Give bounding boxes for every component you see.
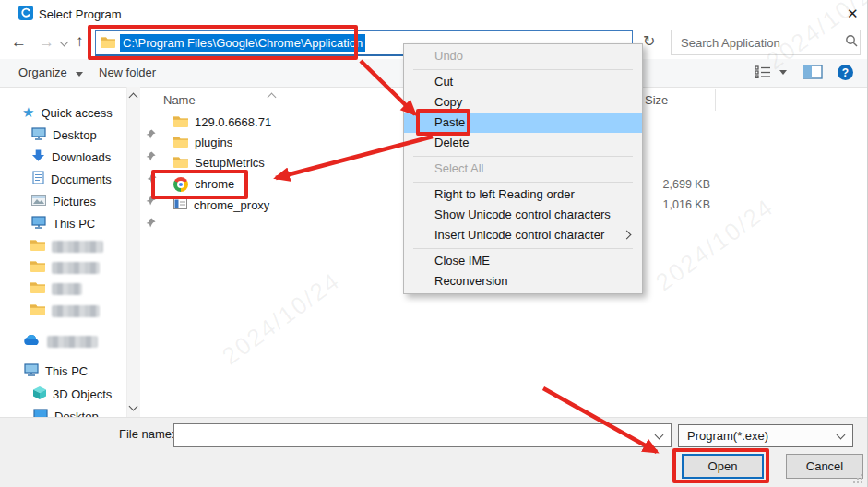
folder-icon — [30, 260, 45, 275]
menu-item-copy[interactable]: Copy — [404, 92, 642, 113]
file-row-folder[interactable]: SetupMetrics — [173, 153, 265, 172]
edit-context-menu: Undo Cut Copy Paste Delete Select All Ri… — [403, 43, 643, 294]
menu-separator — [413, 156, 633, 157]
column-divider[interactable] — [715, 89, 716, 111]
sidebar-item-downloads[interactable]: Downloads — [31, 148, 111, 166]
redacted-label — [52, 305, 100, 317]
refresh-icon[interactable]: ↻ — [643, 34, 655, 49]
file-name: plugins — [195, 136, 232, 149]
open-button[interactable]: Open — [682, 454, 764, 479]
sidebar-item-label: This PC — [45, 364, 88, 378]
file-size: 1,016 KB — [644, 198, 710, 211]
sidebar-item-redacted[interactable] — [30, 258, 100, 277]
submenu-chevron-icon — [623, 231, 632, 240]
search-input[interactable] — [679, 35, 845, 51]
file-row-folder[interactable]: 129.0.6668.71 — [173, 113, 271, 132]
redacted-label — [47, 336, 98, 348]
menu-item-close-ime[interactable]: Close IME — [404, 251, 642, 271]
file-size: 2,699 KB — [644, 178, 710, 191]
forward-button[interactable]: → — [39, 34, 54, 50]
search-icon[interactable] — [845, 34, 858, 51]
menu-item-rtl-reading-order[interactable]: Right to left Reading order — [404, 184, 642, 205]
folder-icon — [173, 156, 188, 171]
scroll-down-icon[interactable] — [129, 402, 138, 411]
menu-item-paste[interactable]: Paste — [404, 113, 642, 133]
menu-item-cut[interactable]: Cut — [404, 72, 642, 92]
sidebar-item-this-pc[interactable]: This PC — [24, 362, 88, 380]
sidebar-item-desktop[interactable]: Desktop — [31, 125, 97, 144]
column-header-name[interactable]: Name — [163, 93, 196, 107]
scroll-up-icon[interactable] — [129, 93, 138, 102]
sort-ascending-icon — [268, 93, 277, 102]
sidebar-item-redacted[interactable] — [30, 279, 82, 298]
back-button[interactable]: ← — [11, 34, 27, 50]
change-view-icon[interactable] — [755, 65, 771, 82]
pin-icon — [146, 128, 156, 142]
search-box[interactable] — [671, 30, 861, 55]
file-name-input[interactable] — [173, 423, 672, 447]
file-name-combobox[interactable] — [173, 423, 672, 447]
menu-item-insert-unicode[interactable]: Insert Unicode control character — [404, 225, 642, 245]
column-header-size[interactable]: Size — [645, 93, 668, 107]
close-icon[interactable]: ✕ — [847, 6, 859, 22]
sidebar-item-quick-access[interactable]: ★ Quick access — [22, 103, 113, 122]
sidebar-item-redacted[interactable] — [30, 302, 100, 320]
folder-icon — [30, 239, 45, 254]
sidebar-item-label: Pictures — [53, 195, 96, 208]
cube-3d-icon — [33, 386, 46, 402]
document-icon — [32, 171, 44, 187]
help-icon[interactable]: ? — [838, 65, 853, 80]
redacted-label — [52, 241, 103, 253]
menu-item-select-all[interactable]: Select All — [404, 159, 642, 179]
file-name: 129.0.6668.71 — [195, 115, 271, 129]
file-row-chrome[interactable]: chrome — [173, 174, 234, 194]
sidebar-scrollbar[interactable] — [126, 87, 140, 417]
window-title: Select Program — [39, 7, 122, 21]
app-window-icon — [173, 198, 187, 212]
up-button[interactable]: ↑ — [76, 33, 84, 49]
sidebar-item-label: Quick access — [41, 106, 112, 120]
sidebar-item-3d-objects[interactable]: 3D Objects — [33, 385, 112, 403]
pin-icon — [146, 195, 156, 208]
menu-item-reconversion[interactable]: Reconversion — [404, 271, 642, 291]
sidebar-item-label: 3D Objects — [53, 387, 112, 401]
sidebar-item-onedrive-redacted[interactable] — [23, 332, 98, 350]
folder-icon — [101, 35, 115, 52]
file-type-select[interactable]: Program(*.exe) — [678, 424, 853, 447]
file-name: chrome — [195, 177, 234, 191]
file-row-folder[interactable]: plugins — [173, 133, 232, 152]
recent-locations-chevron-icon[interactable] — [60, 38, 69, 47]
organize-label: Organize — [18, 65, 67, 79]
pin-icon — [146, 217, 156, 231]
file-name: chrome_proxy — [194, 198, 269, 212]
menu-item-undo[interactable]: Undo — [404, 46, 642, 66]
new-folder-button[interactable]: New folder — [99, 65, 156, 79]
sidebar-item-label: Documents — [51, 172, 112, 186]
file-name-label: File name: — [119, 427, 175, 441]
organize-button[interactable]: Organize — [18, 65, 83, 79]
sidebar-item-redacted[interactable] — [30, 237, 103, 255]
computer-icon — [31, 216, 46, 232]
menu-separator — [413, 182, 633, 183]
resize-grip[interactable] — [852, 473, 863, 484]
dialog-footer: File name: Program(*.exe) Open Cancel — [0, 417, 868, 487]
folder-icon — [30, 281, 45, 296]
menu-item-delete[interactable]: Delete — [404, 133, 642, 153]
file-name: SetupMetrics — [195, 156, 265, 170]
view-options-chevron-icon[interactable] — [779, 70, 787, 75]
file-row-chrome-proxy[interactable]: chrome_proxy — [173, 196, 269, 215]
sidebar-item-documents[interactable]: Documents — [32, 170, 112, 188]
address-path-selected-text[interactable]: C:\Program Files\Google\Chrome\Applicati… — [120, 34, 365, 52]
menu-separator — [413, 248, 633, 249]
sidebar-item-pictures[interactable]: Pictures — [31, 192, 96, 210]
sidebar-item-label: Downloads — [52, 150, 111, 164]
pin-icon — [147, 172, 157, 186]
preview-pane-icon[interactable] — [803, 65, 823, 83]
sidebar-item-this-pc-pinned[interactable]: This PC — [31, 214, 95, 232]
chevron-down-icon — [76, 72, 83, 77]
menu-item-show-unicode[interactable]: Show Unicode control characters — [404, 205, 642, 225]
redacted-label — [52, 262, 100, 274]
sidebar-item-label: Desktop — [53, 128, 97, 142]
pin-icon — [146, 150, 156, 164]
menu-separator — [413, 69, 633, 70]
